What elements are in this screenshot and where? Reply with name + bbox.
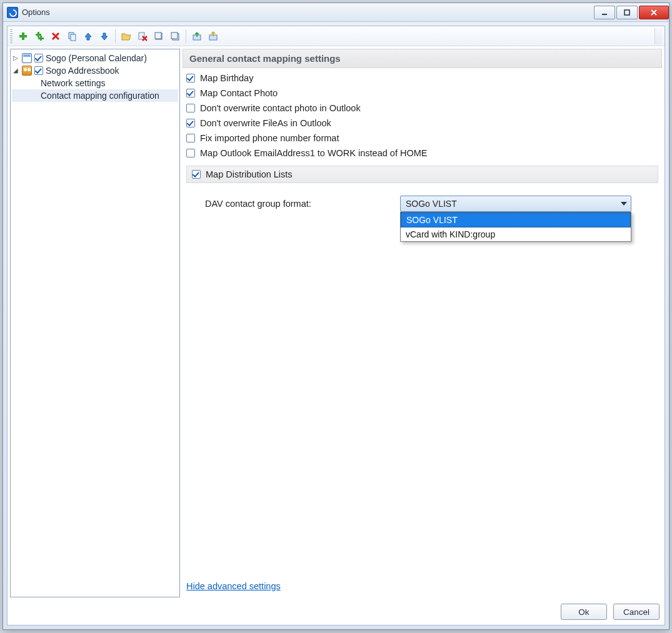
svg-marker-16 [122, 34, 131, 40]
option-label: Don't overwrite FileAs in Outlook [200, 118, 331, 128]
tree-node-addressbook[interactable]: ◢ Sogo Addressbook [12, 64, 178, 77]
opt-map-birthday[interactable]: Map Birthday [186, 73, 658, 83]
svg-rect-1 [624, 10, 629, 15]
profile-tree[interactable]: ▷ Sogo (Personal Calendar) ◢ Sogo Addres… [10, 49, 180, 597]
opt-dont-overwrite-fileas[interactable]: Don't overwrite FileAs in Outlook [186, 118, 658, 128]
opt-map-contact-photo[interactable]: Map Contact Photo [186, 88, 658, 98]
cancel-button[interactable]: Cancel [613, 604, 659, 620]
checkbox[interactable] [186, 134, 195, 142]
collapse-all-icon[interactable] [152, 29, 166, 43]
svg-rect-13 [71, 34, 76, 41]
titlebar: Options [3, 3, 669, 22]
addressbook-icon [22, 66, 32, 76]
option-label: Don't overwrite contact photo in Outlook [200, 103, 361, 113]
tree-node-label: Sogo Addressbook [46, 66, 119, 76]
import-icon[interactable] [190, 29, 204, 43]
opt-map-distribution-lists[interactable]: Map Distribution Lists [186, 166, 658, 183]
export-icon[interactable] [206, 29, 220, 43]
svg-marker-15 [101, 33, 108, 40]
expand-all-icon[interactable] [168, 29, 182, 43]
checkbox[interactable] [186, 149, 195, 157]
svg-rect-7 [36, 34, 41, 36]
move-down-icon[interactable] [98, 29, 111, 43]
tree-checkbox[interactable] [34, 66, 43, 75]
chevron-down-icon [621, 202, 627, 206]
expander-collapsed-icon[interactable]: ▷ [12, 54, 19, 62]
option-label: Map Distribution Lists [206, 169, 293, 179]
close-button[interactable] [639, 6, 669, 19]
copy-icon[interactable] [65, 29, 79, 43]
expander-expanded-icon[interactable]: ◢ [12, 67, 19, 74]
tree-node-label: Sogo (Personal Calendar) [46, 53, 147, 63]
calendar-icon [22, 53, 32, 63]
tree-child-contact-mapping[interactable]: Contact mapping configuration [12, 89, 178, 102]
svg-rect-5 [19, 35, 27, 37]
opt-email1-work[interactable]: Map Outlook EmailAddress1 to WORK instea… [186, 148, 658, 158]
option-label: Map Birthday [200, 73, 253, 83]
open-folder-icon[interactable] [119, 29, 133, 43]
checkbox[interactable] [186, 74, 195, 82]
toolbar-overflow-icon[interactable] [654, 28, 662, 44]
combo-selected-value: SOGo VLIST [406, 199, 457, 209]
tree-checkbox[interactable] [34, 54, 43, 62]
group-format-label: DAV contact group format: [205, 199, 393, 209]
dropdown-item[interactable]: SOGo VLIST [401, 212, 631, 227]
dialog-buttons: Ok Cancel [8, 600, 664, 625]
maximize-button[interactable] [616, 6, 638, 19]
toolbar [8, 26, 664, 46]
checkbox[interactable] [186, 89, 195, 97]
client-area: ▷ Sogo (Personal Calendar) ◢ Sogo Addres… [7, 26, 665, 626]
tree-node-calendar[interactable]: ▷ Sogo (Personal Calendar) [12, 52, 178, 64]
delete-icon[interactable] [49, 29, 63, 43]
tree-child-label: Contact mapping configuration [41, 91, 159, 101]
opt-dont-overwrite-photo[interactable]: Don't overwrite contact photo in Outlook [186, 103, 658, 113]
dropdown-item[interactable]: vCard with KIND:group [401, 227, 631, 241]
svg-marker-14 [85, 33, 91, 40]
checkbox[interactable] [186, 119, 195, 127]
minimize-button[interactable] [594, 6, 615, 19]
group-format-dropdown[interactable]: SOGo VLIST vCard with KIND:group [400, 212, 631, 242]
svg-rect-21 [155, 32, 161, 39]
option-label: Map Contact Photo [200, 88, 278, 98]
option-label: Fix imported phone number format [200, 133, 339, 143]
add-icon[interactable] [16, 29, 30, 43]
app-icon [7, 7, 18, 18]
svg-rect-9 [38, 37, 44, 39]
options-dialog: Options [3, 2, 669, 630]
delete-cache-icon[interactable] [136, 29, 149, 43]
tree-child-label: Network settings [41, 78, 105, 88]
toolbar-grip [10, 29, 13, 43]
svg-rect-23 [171, 32, 178, 39]
hide-advanced-link[interactable]: Hide advanced settings [186, 581, 281, 591]
tree-child-network-settings[interactable]: Network settings [12, 77, 178, 89]
checkbox[interactable] [192, 170, 201, 179]
window-title: Options [22, 7, 50, 17]
opt-fix-phone-format[interactable]: Fix imported phone number format [186, 133, 658, 143]
add-multi-icon[interactable] [33, 29, 46, 43]
group-format-combo[interactable]: SOGo VLIST SOGo VLIST vCard with KIND:gr… [400, 196, 631, 212]
move-up-icon[interactable] [81, 29, 95, 43]
checkbox[interactable] [186, 104, 195, 112]
settings-panel: General contact mapping settings Map Bir… [183, 49, 662, 597]
option-label: Map Outlook EmailAddress1 to WORK instea… [200, 148, 427, 158]
ok-button[interactable]: Ok [561, 604, 607, 620]
section-header: General contact mapping settings [183, 49, 662, 68]
